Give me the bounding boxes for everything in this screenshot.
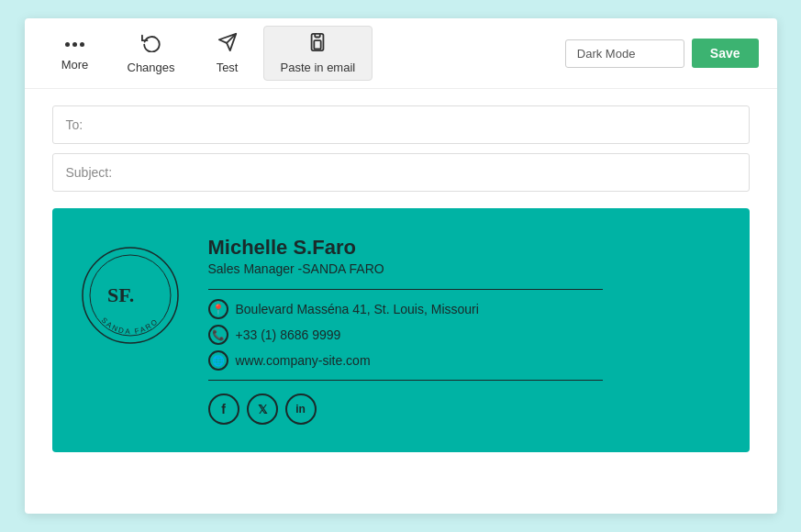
phone-icon: 📞 [208,325,228,345]
main-container: More Changes [25,18,777,514]
svg-rect-2 [316,34,321,38]
to-field[interactable]: To: [52,105,750,144]
sig-divider-bottom [208,380,603,381]
email-form: To: Subject: [25,89,777,192]
logo-area: SF. SANDA FARO [80,236,181,349]
paste-label: Paste in email [281,61,356,74]
paste-icon [307,32,328,57]
sig-phone-row: 📞 +33 (1) 8686 9999 [208,325,722,345]
sig-website: www.company-site.com [236,353,371,368]
sig-address-row: 📍 Boulevard Masséna 41, St. Louis, Misso… [208,299,722,319]
social-icons: f 𝕏 in [208,393,722,425]
more-label: More [61,58,89,72]
signature-info: Michelle S.Faro Sales Manager -SANDA FAR… [208,236,722,425]
test-label: Test [217,61,239,74]
changes-label: Changes [128,61,175,74]
sig-divider-top [208,289,603,290]
twitter-icon[interactable]: 𝕏 [247,393,278,425]
sig-job-title: Sales Manager -SANDA FARO [208,261,722,276]
svg-text:SANDA FARO: SANDA FARO [99,316,160,337]
sig-website-row: 🌐 www.company-site.com [208,350,722,371]
paste-in-email-button[interactable]: Paste in email [263,26,373,81]
subject-field[interactable]: Subject: [52,153,750,192]
sig-phone: +33 (1) 8686 9999 [236,327,341,342]
toolbar: More Changes [25,18,777,89]
save-button[interactable]: Save [692,39,759,68]
address-icon: 📍 [208,299,228,319]
more-button[interactable]: More [43,30,107,77]
website-icon: 🌐 [208,350,228,371]
sig-name: Michelle S.Faro [208,236,722,260]
facebook-icon[interactable]: f [208,393,239,425]
toolbar-left: More Changes [43,26,565,81]
svg-rect-3 [315,40,321,49]
sig-address: Boulevard Masséna 41, St. Louis, Missour… [236,302,479,316]
changes-button[interactable]: Changes [111,27,192,80]
test-button[interactable]: Test [195,27,260,80]
test-icon [217,32,238,57]
more-icon [65,36,84,54]
logo-svg: SF. SANDA FARO [80,245,181,346]
dark-mode-input[interactable] [565,39,684,68]
linkedin-icon[interactable]: in [285,393,317,425]
signature-card: SF. SANDA FARO Michelle S.Faro Sales Man… [52,208,750,452]
toolbar-right: Save [565,39,759,68]
changes-icon [141,32,161,57]
svg-text:SF.: SF. [107,283,134,306]
